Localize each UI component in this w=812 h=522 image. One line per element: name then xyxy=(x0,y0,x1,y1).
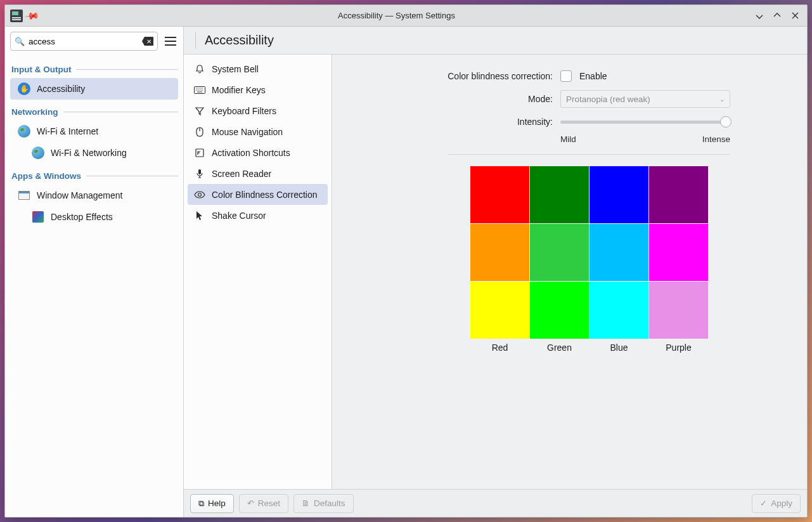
clear-search-icon[interactable]: ✕ xyxy=(142,37,153,46)
app-icon xyxy=(10,10,23,22)
svg-point-5 xyxy=(198,193,202,196)
section-label: Mouse Navigation xyxy=(212,127,283,137)
mode-value: Protanopia (red weak) xyxy=(566,95,650,104)
sidebar-item-label: Accessibility xyxy=(37,84,85,94)
section-label: Activation Shortcuts xyxy=(212,148,290,158)
enable-label: Enable xyxy=(579,71,607,81)
color-swatch xyxy=(649,224,708,281)
sidebar-item-label: Wi-Fi & Internet xyxy=(37,126,98,136)
sidebar-item-window-management[interactable]: Window Management xyxy=(10,185,178,206)
close-button[interactable] xyxy=(790,11,799,20)
footer: ⧉ Help ↶ Reset 🗎 Defaults ✓ Apply xyxy=(184,489,807,517)
slider-min-label: Mild xyxy=(560,134,576,144)
color-swatch xyxy=(590,166,648,223)
swatch-label: Purple xyxy=(649,343,708,353)
undo-icon: ↶ xyxy=(247,499,254,508)
reset-button[interactable]: ↶ Reset xyxy=(239,494,288,513)
minimize-button[interactable] xyxy=(755,11,764,20)
check-icon: ✓ xyxy=(760,499,767,508)
sidebar-item-wifi-networking[interactable]: Wi-Fi & Networking xyxy=(10,142,178,164)
sidebar-item-label: Desktop Effects xyxy=(51,212,113,222)
content-pane: Color blindness correction: Enable Mode:… xyxy=(332,55,807,489)
section-color-blindness[interactable]: Color Blindness Correction xyxy=(188,184,328,205)
help-button[interactable]: ⧉ Help xyxy=(190,494,234,513)
color-swatch xyxy=(649,282,708,339)
section-keyboard-filters[interactable]: Keyboard Filters xyxy=(188,100,328,121)
cursor-icon xyxy=(194,210,205,221)
intensity-slider[interactable] xyxy=(560,116,730,127)
mode-label: Mode: xyxy=(350,94,553,104)
section-label: Shake Cursor xyxy=(212,211,266,221)
section-label: Modifier Keys xyxy=(212,85,266,95)
category-apps-windows: Apps & Windows xyxy=(11,171,178,181)
section-activation-shortcuts[interactable]: Activation Shortcuts xyxy=(188,142,328,163)
color-swatch xyxy=(470,224,529,281)
globe-icon xyxy=(18,125,30,138)
filter-icon xyxy=(194,105,205,117)
mode-select[interactable]: Protanopia (red weak) ⌄ xyxy=(560,90,730,108)
section-modifier-keys[interactable]: Modifier Keys xyxy=(188,79,328,100)
color-swatch xyxy=(470,282,529,339)
color-swatches: RedGreenBluePurple xyxy=(470,166,789,353)
window-icon xyxy=(18,189,30,202)
color-swatch xyxy=(530,166,589,223)
search-box[interactable]: 🔍 ✕ xyxy=(10,32,158,51)
chevron-down-icon: ⌄ xyxy=(719,96,725,103)
section-label: Color Blindness Correction xyxy=(212,190,318,200)
sidebar-item-accessibility[interactable]: ✋ Accessibility xyxy=(10,78,178,100)
microphone-icon xyxy=(194,168,205,179)
button-label: Defaults xyxy=(314,499,345,508)
keyboard-icon xyxy=(194,84,205,96)
slider-max-label: Intense xyxy=(702,134,730,144)
color-swatch xyxy=(470,166,529,223)
defaults-button[interactable]: 🗎 Defaults xyxy=(293,494,354,513)
swatch-label: Blue xyxy=(590,343,648,353)
page-header: Accessibility xyxy=(184,27,807,55)
section-mouse-navigation[interactable]: Mouse Navigation xyxy=(188,121,328,142)
color-swatch xyxy=(530,282,589,339)
mouse-icon xyxy=(194,126,205,138)
swatch-label: Red xyxy=(470,343,529,353)
hamburger-menu-icon[interactable] xyxy=(163,34,178,49)
section-label: Screen Reader xyxy=(212,169,271,179)
settings-window: 📌 Accessibility — System Settings 🔍 ✕ In… xyxy=(4,4,808,518)
swatch-label: Green xyxy=(530,343,589,353)
section-label: Keyboard Filters xyxy=(212,106,276,116)
bell-icon xyxy=(194,63,205,75)
apply-button[interactable]: ✓ Apply xyxy=(752,494,801,513)
category-networking: Networking xyxy=(11,107,178,117)
pin-icon[interactable]: 📌 xyxy=(23,6,41,24)
correction-label: Color blindness correction: xyxy=(350,71,553,81)
svg-rect-4 xyxy=(198,169,201,174)
search-icon: 🔍 xyxy=(15,37,25,46)
color-swatch xyxy=(590,282,648,339)
eye-icon xyxy=(194,189,205,200)
color-swatch xyxy=(530,224,589,281)
page-title: Accessibility xyxy=(205,33,274,48)
help-icon: ⧉ xyxy=(198,499,204,509)
accessibility-icon: ✋ xyxy=(18,82,30,95)
sidebar-item-label: Wi-Fi & Networking xyxy=(51,148,127,158)
button-label: Apply xyxy=(771,499,792,508)
slider-thumb[interactable] xyxy=(720,116,731,127)
window-title: Accessibility — System Settings xyxy=(38,11,755,20)
button-label: Reset xyxy=(258,499,280,508)
category-sidebar: 🔍 ✕ Input & Output ✋ Accessibility Netwo… xyxy=(5,27,184,517)
section-screen-reader[interactable]: Screen Reader xyxy=(188,163,328,184)
sidebar-item-wifi-internet[interactable]: Wi-Fi & Internet xyxy=(10,121,178,142)
sidebar-item-desktop-effects[interactable]: Desktop Effects xyxy=(10,206,178,228)
document-icon: 🗎 xyxy=(302,499,310,508)
color-swatch xyxy=(590,224,648,281)
intensity-label: Intensity: xyxy=(350,117,553,127)
titlebar: 📌 Accessibility — System Settings xyxy=(5,5,807,27)
section-shake-cursor[interactable]: Shake Cursor xyxy=(188,205,328,226)
section-label: System Bell xyxy=(212,64,259,74)
search-input[interactable] xyxy=(29,37,138,46)
maximize-button[interactable] xyxy=(773,11,782,20)
shortcut-icon xyxy=(194,147,205,159)
sidebar-item-label: Window Management xyxy=(37,190,122,200)
globe-icon xyxy=(32,147,44,159)
enable-checkbox[interactable] xyxy=(560,70,572,82)
effects-icon xyxy=(32,211,44,223)
section-system-bell[interactable]: System Bell xyxy=(188,58,328,79)
